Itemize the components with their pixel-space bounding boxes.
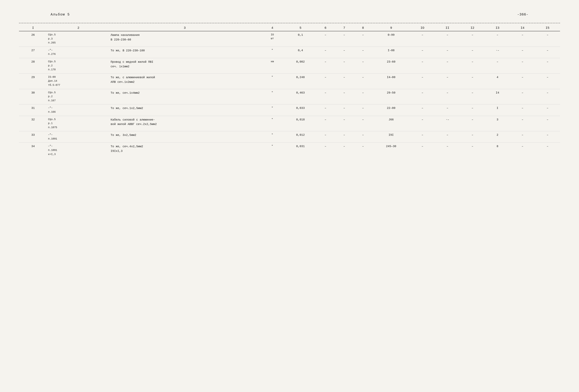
table-cell: 0,4 — [285, 47, 316, 58]
table-cell: " — [260, 104, 285, 116]
table-cell: Провод с медной жилой ПВI сеч. 1х1мм2 — [110, 58, 260, 73]
table-cell: – — [316, 47, 335, 58]
table-cell: – — [510, 104, 535, 116]
table-cell: – — [335, 31, 354, 47]
main-table-container: I 2 3 4 5 6 7 8 9 IO II I2 I3 I4 I5 26СЦ… — [19, 23, 560, 158]
table-cell: – — [354, 143, 372, 158]
table-cell: – — [316, 104, 335, 116]
table-cell: – — [410, 58, 435, 73]
table-cell: – — [335, 73, 354, 89]
table-cell: – — [535, 116, 560, 131]
table-cell: – — [460, 143, 485, 158]
table-cell: 0–99 — [372, 31, 410, 47]
table-cell: – — [354, 47, 372, 58]
table-cell: I–08 — [372, 47, 410, 58]
header-title: Альбом 5 — [51, 13, 70, 17]
table-cell: 23–60 — [372, 58, 410, 73]
table-cell: Кабель силовой с алюминие- вой жилой АВВ… — [110, 116, 260, 131]
table-cell: – — [460, 131, 485, 143]
table-cell: ·– — [435, 116, 460, 131]
col-header-2: 2 — [47, 25, 110, 31]
table-row: 30СЦч.5 р.2 п.167То же, сеч.1х4мм2"0,463… — [19, 89, 560, 104]
table-cell: 26 — [19, 31, 47, 47]
table-cell: I — [485, 104, 510, 116]
table-cell: I5–09 Доп.14 тб.5–077 — [47, 73, 110, 89]
table-cell: – — [410, 143, 435, 158]
col-header-3: 3 — [110, 25, 260, 31]
col-header-4: 4 — [260, 25, 285, 31]
table-cell: – — [435, 143, 460, 158]
table-cell: – — [316, 58, 335, 73]
table-cell: 4 — [485, 73, 510, 89]
table-cell: – — [510, 73, 535, 89]
table-cell: –"– п.1091 — [47, 131, 110, 143]
table-cell: 0,012 — [285, 131, 316, 143]
header-page: -366- — [517, 13, 528, 17]
table-cell: – — [510, 31, 535, 47]
table-cell: –"– п.276 — [47, 47, 110, 58]
column-header-row: I 2 3 4 5 6 7 8 9 IO II I2 I3 I4 I5 — [19, 25, 560, 31]
table-cell: 245–30 — [372, 143, 410, 158]
table-cell: – — [354, 104, 372, 116]
col-header-14: I4 — [510, 25, 535, 31]
table-cell: 0,033 — [285, 104, 316, 116]
col-header-15: I5 — [535, 25, 560, 31]
table-row: 29I5–09 Доп.14 тб.5–077То же, с алюминие… — [19, 73, 560, 89]
col-header-9: 9 — [372, 25, 410, 31]
table-cell: – — [460, 58, 485, 73]
table-cell: 31 — [19, 104, 47, 116]
table-cell: IO шт — [260, 31, 285, 47]
table-cell: – — [316, 31, 335, 47]
table-cell: 0,002 — [285, 58, 316, 73]
table-cell: – — [410, 89, 435, 104]
table-cell: То же, сеч.1х4мм2 — [110, 89, 260, 104]
table-cell: То же, 3х2,5мм2 — [110, 131, 260, 143]
table-row: 27–"– п.276То же, В 220–230–100"0,4–––I–… — [19, 47, 560, 58]
table-cell: 32 — [19, 116, 47, 131]
table-cell: – — [435, 73, 460, 89]
table-cell: –"– п.1091 к=I,3 — [47, 143, 110, 158]
table-cell: " — [260, 89, 285, 104]
table-cell: СЦч.5 р.2 п.167 — [47, 89, 110, 104]
table-cell: 29 — [19, 73, 47, 89]
table-cell: 34 — [19, 143, 47, 158]
table-cell: – — [535, 131, 560, 143]
col-header-1: I — [19, 25, 47, 31]
table-cell: – — [354, 73, 372, 89]
table-cell: – — [335, 47, 354, 58]
table-cell: – — [316, 116, 335, 131]
table-cell: I4–00 — [372, 73, 410, 89]
table-cell: 8 — [485, 143, 510, 158]
table-cell: – — [535, 143, 560, 158]
table-cell: 0,031 — [285, 143, 316, 158]
col-header-12: I2 — [460, 25, 485, 31]
table-cell: – — [460, 116, 485, 131]
table-cell: То же, сеч.4х2,5мм2 I9IхI,3 — [110, 143, 260, 158]
table-cell: – — [354, 58, 372, 73]
table-cell: – — [354, 131, 372, 143]
table-cell: – — [335, 58, 354, 73]
table-cell: СЦч.5 р.1 п.1075 — [47, 116, 110, 131]
table-cell: – — [460, 31, 485, 47]
main-table: I 2 3 4 5 6 7 8 9 IO II I2 I3 I4 I5 26СЦ… — [19, 25, 560, 158]
table-cell: – — [510, 47, 535, 58]
table-cell: 30 — [19, 89, 47, 104]
table-cell: – — [410, 47, 435, 58]
table-cell: –"– п.166 — [47, 104, 110, 116]
table-cell: – — [435, 89, 460, 104]
table-cell: – — [510, 89, 535, 104]
table-row: 34–"– п.1091 к=I,3То же, сеч.4х2,5мм2 I9… — [19, 143, 560, 158]
table-cell: – — [354, 116, 372, 131]
table-cell: 0,1 — [285, 31, 316, 47]
table-cell: СЦч.5 р.3 п.265 — [47, 31, 110, 47]
table-cell: " — [260, 143, 285, 158]
table-cell: – — [485, 58, 510, 73]
table-row: 32СЦч.5 р.1 п.1075Кабель силовой с алюми… — [19, 116, 560, 131]
table-cell: – — [410, 131, 435, 143]
table-cell: – — [435, 104, 460, 116]
table-row: 31–"– п.166То же, сеч.1х2,5мм2"0,033–––2… — [19, 104, 560, 116]
table-row: 33–"– п.1091То же, 3х2,5мм2"0,012–––I9I–… — [19, 131, 560, 143]
col-header-6: 6 — [316, 25, 335, 31]
table-row: 26СЦч.5 р.3 п.265Лампа накаливания В 220… — [19, 31, 560, 47]
table-cell: 0,463 — [285, 89, 316, 104]
